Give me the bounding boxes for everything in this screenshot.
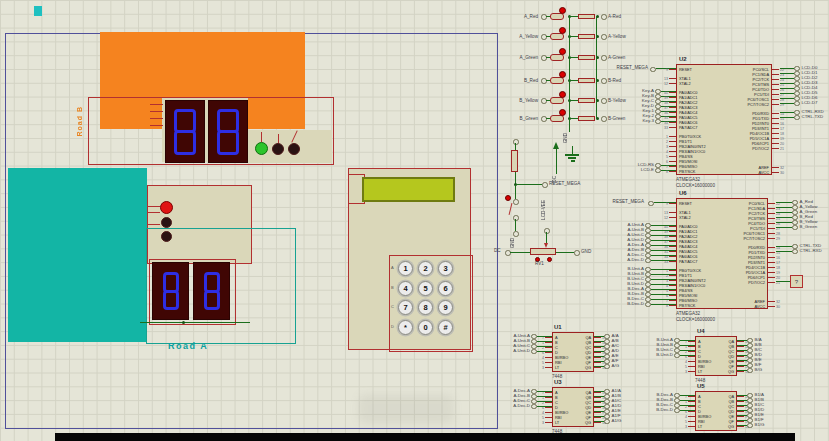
keypad-button[interactable]: 4 [398, 281, 413, 296]
u1-output-terminals: A/AA/BA/CA/DA/EA/FA/G [594, 334, 644, 369]
u6-light-terminals: A_Red A_Yellow A_Green B_Red [776, 200, 829, 230]
pin-stub [767, 262, 775, 263]
wire-hatch [150, 104, 163, 105]
pin-name: PC7/TOSC2 [747, 103, 769, 107]
pin-name: QF [729, 365, 734, 369]
pin-stub [771, 69, 779, 70]
net-label: B-Dec-D [641, 408, 673, 412]
keypad-button[interactable]: # [438, 320, 453, 335]
chip-ref: U6 [679, 190, 687, 196]
pin-name: RESET [679, 68, 692, 72]
pin-number: 39 [659, 96, 668, 100]
button-contact[interactable] [513, 199, 519, 205]
pin-stub [545, 362, 553, 363]
pin-name: B [555, 396, 558, 400]
keypad-button[interactable]: 9 [438, 300, 453, 315]
keypad-button[interactable]: 3 [438, 261, 453, 276]
pin-name: PB6/MISO [679, 165, 697, 169]
pin-name: PB7/SCK [679, 170, 695, 174]
pin-stub [767, 277, 775, 278]
chip-ref: U2 [679, 56, 687, 62]
wire [737, 420, 747, 421]
push-button[interactable] [509, 203, 513, 215]
wire [737, 370, 747, 371]
pin-name: QA [585, 336, 591, 340]
wire [651, 230, 677, 231]
keypad-button[interactable]: 0 [418, 320, 433, 335]
wire [572, 146, 573, 154]
terminal-row: B1/G [737, 423, 787, 428]
pin-stub [767, 233, 775, 234]
chip-pin: 8 PB7/SCK [659, 169, 706, 174]
pin-stub [771, 84, 779, 85]
keypad-button[interactable]: 5 [418, 281, 433, 296]
pin-name: PB1/T1 [679, 140, 692, 144]
pin-name: PD5/OC1A [746, 271, 765, 275]
keypad-button[interactable]: * [398, 320, 413, 335]
pin-name: QA [728, 340, 734, 344]
pin-stub [767, 301, 775, 302]
pin-stub [669, 117, 677, 118]
pin-name: PA6/ADC6 [679, 255, 698, 259]
ground-symbol [565, 154, 579, 156]
pin-name: AVCC [754, 305, 765, 309]
chip-part: ATMEGA32 [676, 311, 700, 316]
pin-name: QE [728, 415, 734, 419]
wire [776, 207, 792, 208]
terminal [601, 98, 607, 104]
pin-stub [767, 223, 775, 224]
terminal [604, 364, 610, 370]
potentiometer-rv1[interactable] [530, 248, 556, 255]
pin-stub [771, 148, 779, 149]
keypad-row-labels: ABCD [391, 265, 397, 343]
wire [737, 340, 747, 341]
wire [537, 351, 553, 352]
pin-name: QA [585, 391, 591, 395]
u1-input-terminals: A-Unit-AA-Unit-BA-Unit-CA-Unit-D [498, 334, 552, 354]
pin-name: PD0/RXD [748, 246, 765, 250]
keypad-button[interactable]: 7 [398, 300, 413, 315]
terminal-row: A/G [594, 364, 644, 369]
chip-ref: U4 [697, 328, 705, 334]
pin-number: 17 [776, 261, 785, 265]
keypad-button[interactable]: 2 [418, 261, 433, 276]
wire [780, 88, 794, 89]
wire [651, 289, 677, 290]
chip-u6: U6 9 RESET 13 XTAL1 12 XTAL2 [676, 198, 768, 309]
pin-name: QC [585, 346, 591, 350]
wire [780, 68, 794, 69]
pin-name: PA7/ADC7 [679, 260, 698, 264]
pin-number: 13 [659, 77, 668, 81]
pin-name: RBI [555, 361, 562, 365]
pin-name: A [698, 340, 701, 344]
pin-name: QB [728, 345, 734, 349]
net-label-left: A_Red [500, 14, 538, 19]
terminal-row: B-Unit-D [641, 353, 695, 358]
pin-name: A [698, 395, 701, 399]
gnd-label: GND [581, 250, 591, 255]
pin-name: PC4/TDO [748, 222, 765, 226]
terminal [650, 67, 656, 73]
proteus-canvas[interactable]: 8 8 Road B 8 8 [0, 0, 829, 441]
pin-number: 32 [776, 300, 785, 304]
pin-name: PD4/OC1B [746, 266, 765, 270]
net-label-right: B-Green [608, 116, 625, 121]
pin-stub [688, 361, 696, 362]
terminal [601, 116, 607, 122]
wire [780, 103, 794, 104]
led-row: A_Yellow A-Yellow [500, 28, 660, 44]
pin-number: 40 [659, 91, 668, 95]
wire [537, 406, 553, 407]
wire [651, 279, 677, 280]
pin-name: PC5/TDI [754, 93, 769, 97]
pin-name: PA6/ADC6 [679, 121, 698, 125]
keypad-button[interactable]: 1 [398, 261, 413, 276]
lcd-data-terminals: LCD-D0 LCD-D1 LCD-D2 LCD-D3 [780, 66, 828, 106]
terminal-row: A-Unit-D [498, 349, 552, 354]
pin-name: PD2/INT0 [748, 256, 765, 260]
pin-name: BI/RBO [555, 356, 568, 360]
pin-name: PC3/TMS [752, 83, 769, 87]
keypad-button[interactable]: 6 [438, 281, 453, 296]
pin-name: D [555, 351, 558, 355]
keypad-button[interactable]: 8 [418, 300, 433, 315]
